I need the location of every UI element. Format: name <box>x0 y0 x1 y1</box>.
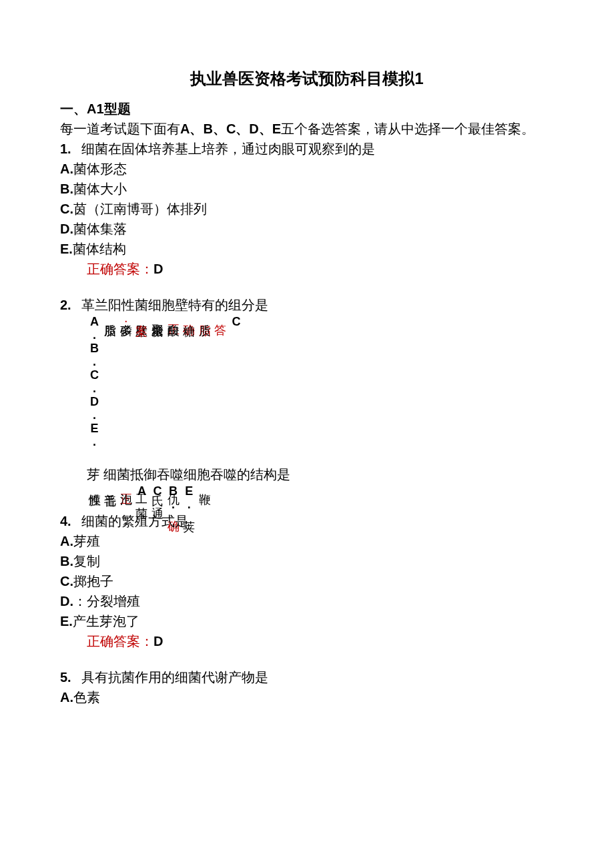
q1-opt-c: C.茵（江南博哥）体排列 <box>60 199 554 219</box>
instructions: 每一道考试题下面有A、B、C、D、E五个备选答案，请从中选择一个最佳答案。 <box>60 119 554 139</box>
q3-v7: E.荚 <box>182 484 198 511</box>
q5-number: 5. <box>60 670 71 685</box>
answer-prefix-4: 正确答案： <box>87 634 154 648</box>
q4-answer-val: D <box>154 634 163 648</box>
q1-number: 1. <box>60 141 71 156</box>
q3-pre: 芽 <box>87 467 100 482</box>
q3-v3: 正泡 <box>118 484 134 511</box>
q5-stem-line: 5. 具有抗菌作用的细菌代谢产物是 <box>60 667 554 687</box>
q1-opt-d: D.菌体集落 <box>60 219 554 239</box>
q2-v1: 脂质 <box>103 315 119 448</box>
q1-stem-line: 1. 细菌在固体培养基上培养，通过肉眼可观察到的是 <box>60 139 554 159</box>
instr-abcde: A、B、C、D、E <box>180 121 281 136</box>
page-content: 执业兽医资格考试预防科目模拟1 一、A1型题 每一道考试题下面有A、B、C、D、… <box>0 0 614 747</box>
q2-stem: 革兰阳性菌细胞壁特有的组分是 <box>81 298 268 312</box>
q3-vertical-block: 性膜 普毛 正泡 工A菌 氏C通 仇B.确 E.荚 鞭 <box>87 484 554 511</box>
q3-v6: 仇B.确 <box>166 484 182 511</box>
q4-number: 4. <box>60 514 71 528</box>
q3-stem: 细菌抵御吞噬细胞吞噬的结构是 <box>103 467 290 482</box>
section-heading: 一、A1型题 <box>60 99 554 119</box>
q4-opt-b: B.复制 <box>60 551 554 571</box>
q2-number: 2. <box>60 298 71 312</box>
q5-stem: 具有抗菌作用的细菌代谢产物是 <box>81 670 268 685</box>
q3-v4: 工A菌 <box>134 484 150 511</box>
q1-stem: 细菌在固体培养基上培养，通过肉眼可观察到的是 <box>81 141 375 156</box>
q1-opt-e: E.菌体结构 <box>60 239 554 259</box>
q5-opt-a: A.色素 <box>60 687 554 707</box>
q3-v8: 鞭 <box>197 484 213 511</box>
q2-v7: 脂质 <box>197 315 213 448</box>
q4-opt-d: D.：分裂增殖 <box>60 591 554 611</box>
instr-post: 五个备选答案，请从中选择一个最佳答案。 <box>281 121 535 136</box>
q4-stem-line: 4. 细菌的繁殖方式是 <box>60 511 554 531</box>
q4-opt-c: C.掷抱子 <box>60 571 554 591</box>
q3-v2: 普毛 <box>103 484 119 511</box>
q4-answer: 正确答案：D <box>87 631 554 651</box>
q2-v4: 蛋聚糖 <box>149 315 166 448</box>
q1-answer-val: D <box>154 262 163 276</box>
q3-v5: 氏C通 <box>149 484 166 511</box>
q1-answer: 正确答案：D <box>87 259 554 279</box>
q2-v-labels: A.B.C.D.E. <box>87 315 103 448</box>
doc-title: 执业兽医资格考试预防科目模拟1 <box>60 67 554 91</box>
q3-v1: 性膜 <box>87 484 103 511</box>
q4-opt-a: A.芽殖 <box>60 531 554 551</box>
section-label: 一、A1型题 <box>60 101 131 116</box>
q1-opt-b: B.菌体大小 <box>60 179 554 199</box>
q2-v2: 磷多· <box>118 315 134 448</box>
answer-prefix: 正确答案： <box>87 262 154 276</box>
q2-v8: 答 <box>213 315 229 448</box>
q1-opt-a: A.菌体形态 <box>60 159 554 179</box>
q2-vertical-block: A.B.C.D.E. 脂质 磷多· 肽壁案 蛋聚糖 正白酸 确糖 脂质 答 C <box>87 315 554 448</box>
q2-stem-line: 2. 革兰阳性菌细胞壁特有的组分是 <box>60 295 554 315</box>
q4-stem: 细菌的繁殖方式是 <box>81 514 188 528</box>
q2-v3: 肽壁案 <box>134 315 150 448</box>
q4-opt-e: E.产生芽泡了 <box>60 611 554 631</box>
q2-v6: 确糖 <box>182 315 198 448</box>
q2-v5: 正白酸 <box>166 315 182 448</box>
q3-stem-line: 芽 细菌抵御吞噬细胞吞噬的结构是 <box>87 464 554 484</box>
q2-v9: C <box>228 315 244 448</box>
instr-pre: 每一道考试题下面有 <box>60 121 180 136</box>
